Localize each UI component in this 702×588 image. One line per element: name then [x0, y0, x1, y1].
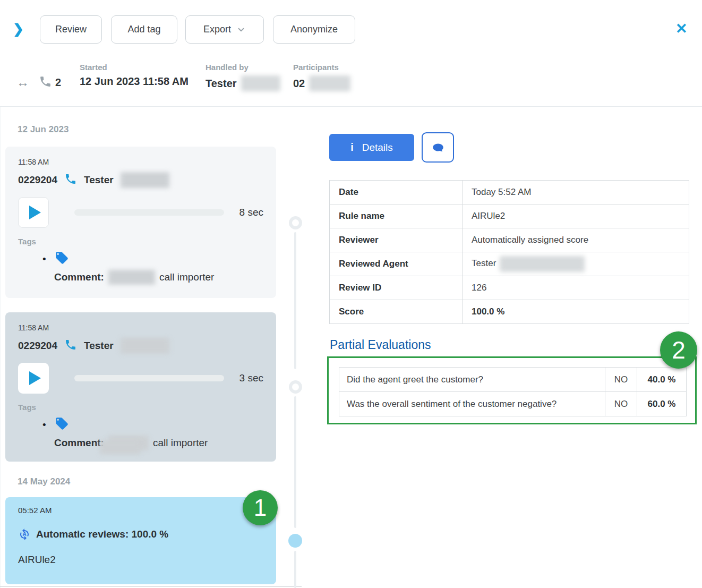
comment-text: call importer [159, 271, 214, 283]
list-bullet: • [42, 253, 46, 265]
call-time: 11:58 AM [18, 323, 263, 332]
timeline-line [294, 396, 296, 528]
anonymized-text [309, 75, 350, 91]
timeline-bottom-divider [0, 586, 302, 587]
play-button[interactable] [18, 197, 49, 228]
evaluation-answer: NO [605, 368, 637, 392]
call-review-window: ❯ Review Add tag Export Anonymize ✕ ↔ 2 … [0, 0, 702, 588]
meta-started: Started 12 Jun 2023 11:58 AM [80, 63, 189, 88]
timeline-dot [289, 380, 302, 394]
call-card-selected[interactable]: 11:58 AM 0229204 Tester 3 sec Tags • Com… [5, 312, 276, 462]
review-button[interactable]: Review [40, 15, 102, 44]
expand-panel-icon[interactable]: ❯ [13, 21, 24, 37]
review-details-table: Date Today 5:52 AM Rule name AIRUle2 Rev… [329, 180, 689, 324]
detail-value: Automatically assigned score [463, 228, 689, 252]
partial-evaluations-heading: Partial Evaluations [330, 338, 431, 352]
anonymize-button-label: Anonymize [290, 24, 338, 35]
annotation-badge-1: 1 [243, 490, 278, 525]
annotation-badge-1-number: 1 [254, 495, 267, 521]
swap-direction-icon: ↔ [16, 75, 29, 90]
phone-icon [64, 338, 77, 354]
auto-review-icon: A [18, 528, 31, 541]
tag-icon [55, 416, 69, 433]
add-tag-button[interactable]: Add tag [111, 15, 177, 44]
play-icon [29, 206, 41, 219]
table-row: Reviewed Agent Tester [330, 252, 689, 276]
call-duration: 8 sec [239, 207, 263, 218]
detail-label: Review ID [330, 276, 463, 300]
reviewed-agent-name: Tester [472, 258, 496, 268]
timeline-dot-active [288, 534, 302, 548]
comment-text: call importer [153, 437, 208, 449]
play-icon [29, 371, 41, 385]
date-group-header: 14 May 2024 [18, 476, 70, 487]
play-button[interactable] [18, 363, 49, 394]
review-time: 05:52 AM [18, 506, 263, 515]
timeline-line [294, 232, 296, 369]
timeline-line [294, 551, 296, 588]
table-row: Reviewer Automatically assigned score [330, 228, 689, 252]
call-id: 0229204 [18, 174, 57, 186]
auto-review-title: Automatic reviews: 100.0 % [36, 529, 168, 540]
comment-label: Comment: [54, 271, 104, 283]
detail-label: Rule name [330, 204, 463, 228]
table-row: Was the overall sentiment of the custome… [339, 392, 687, 416]
agent-name: Tester [84, 174, 114, 186]
audio-progress-bar[interactable] [74, 209, 224, 216]
tag-icon [55, 251, 69, 267]
detail-value: 126 [463, 276, 689, 300]
anonymized-text [500, 256, 585, 272]
handled-by-value: Tester [206, 78, 237, 90]
phone-icon [39, 75, 52, 90]
started-value: 12 Jun 2023 11:58 AM [80, 75, 189, 88]
call-count: 2 [55, 76, 61, 89]
anonymized-text [241, 75, 280, 91]
timeline-dot [289, 216, 302, 229]
export-button[interactable]: Export [185, 15, 264, 44]
anonymized-text [100, 440, 140, 454]
detail-value: AIRUle2 [463, 204, 689, 228]
meta-handled-by: Handled by Tester [206, 63, 280, 91]
auto-review-icon-letter: A [22, 531, 26, 537]
auto-review-rule: AIRUle2 [18, 554, 263, 566]
table-row: Score 100.0 % [330, 300, 689, 324]
comment-label: Comment: [54, 437, 104, 449]
audio-progress-bar[interactable] [74, 375, 224, 381]
chat-bubble-icon [431, 141, 445, 155]
auto-review-card[interactable]: 05:52 AM A Automatic reviews: 100.0 % AI… [5, 497, 276, 584]
handled-by-label: Handled by [206, 63, 280, 72]
annotation-badge-2-number: 2 [672, 336, 686, 364]
details-button[interactable]: i Details [329, 134, 414, 161]
detail-label: Reviewed Agent [330, 252, 463, 276]
detail-value: Today 5:52 AM [463, 181, 689, 204]
detail-value: 100.0 % [463, 300, 689, 324]
call-duration: 3 sec [239, 372, 263, 384]
table-row: Date Today 5:52 AM [330, 181, 689, 204]
evaluation-question: Was the overall sentiment of the custome… [339, 392, 605, 416]
call-card[interactable]: 11:58 AM 0229204 Tester 8 sec Tags • Com… [5, 147, 276, 298]
export-button-label: Export [203, 24, 231, 35]
comment-button[interactable] [422, 132, 454, 163]
started-label: Started [80, 63, 189, 72]
panel-left-border [1, 107, 1, 588]
partial-evaluations-table: Did the agent greet the customer? NO 40.… [339, 367, 687, 416]
table-row: Did the agent greet the customer? NO 40.… [339, 368, 687, 392]
evaluation-score: 60.0 % [637, 392, 687, 416]
review-button-label: Review [55, 24, 87, 35]
call-id: 0229204 [18, 340, 57, 352]
close-icon[interactable]: ✕ [675, 20, 688, 37]
anonymized-text [108, 270, 155, 285]
partial-evaluations-annotation-box: Did the agent greet the customer? NO 40.… [327, 356, 697, 424]
tags-label: Tags [18, 237, 263, 246]
detail-label: Score [330, 300, 463, 324]
tags-label: Tags [18, 403, 263, 412]
phone-icon [64, 173, 77, 188]
participants-label: Participants [293, 63, 350, 72]
anonymize-button[interactable]: Anonymize [273, 15, 355, 44]
list-bullet: • [42, 419, 46, 431]
header-divider [0, 106, 702, 107]
chevron-down-icon [236, 25, 246, 35]
add-tag-button-label: Add tag [127, 24, 160, 35]
anonymized-text [121, 172, 169, 188]
info-icon: i [350, 141, 354, 154]
